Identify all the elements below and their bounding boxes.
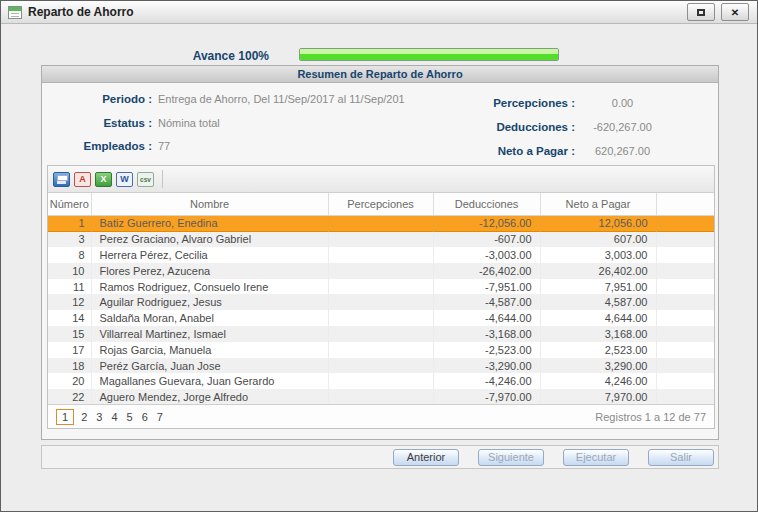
table-header-row: Número Nombre Percepciones Deducciones N… (48, 193, 714, 216)
maximize-button[interactable] (687, 3, 715, 21)
table-row[interactable]: 3Perez Graciano, Alvaro Gabriel -607.006… (48, 231, 714, 247)
page-list: 1234567 (56, 409, 172, 425)
export-excel-icon[interactable]: X (95, 172, 112, 187)
records-status: Registros 1 a 12 de 77 (595, 411, 706, 423)
field-deducciones: Deducciones : -620,267.00 (440, 121, 670, 133)
field-percepciones-value: 0.00 (575, 97, 670, 109)
column-nombre[interactable]: Nombre (91, 193, 328, 216)
table-row[interactable]: 1Batiz Guerrero, Enedina -12,056.0012,05… (48, 216, 714, 232)
field-neto-a-pagar: Neto a Pagar : 620,267.00 (440, 145, 670, 157)
salir-button[interactable]: Salir (648, 449, 714, 466)
field-neto-a-pagar-value: 620,267.00 (575, 145, 670, 157)
table-row[interactable]: 15Villarreal Martinez, Ismael -3,168.003… (48, 326, 714, 342)
ejecutar-button[interactable]: Ejecutar (563, 449, 629, 466)
field-deducciones-label: Deducciones : (440, 121, 575, 133)
export-csv-icon[interactable]: csv (137, 172, 154, 187)
column-percepciones[interactable]: Percepciones (328, 193, 433, 216)
progress-fill (300, 49, 558, 60)
progress-bar (299, 48, 559, 61)
close-button[interactable]: ✕ (721, 3, 749, 21)
table-row[interactable]: 20Magallanes Guevara, Juan Gerardo -4,24… (48, 373, 714, 389)
field-periodo-value: Entrega de Ahorro, Del 11/Sep/2017 al 11… (158, 93, 405, 105)
field-estatus: Estatus : Nómina total (42, 117, 220, 129)
field-neto-a-pagar-label: Neto a Pagar : (440, 145, 575, 157)
table-row[interactable]: 18Peréz García, Juan Jose -3,290.003,290… (48, 358, 714, 374)
footer-button-bar: AnteriorSiguienteEjecutarSalir (41, 445, 719, 469)
field-deducciones-value: -620,267.00 (575, 121, 670, 133)
field-periodo: Periodo : Entrega de Ahorro, Del 11/Sep/… (42, 93, 405, 105)
table-row[interactable]: 22Aguero Mendez, Jorge Alfredo -7,970.00… (48, 389, 714, 404)
page-number[interactable]: 7 (157, 411, 163, 423)
field-percepciones: Percepciones : 0.00 (440, 97, 670, 109)
results-grid-container: A X W csv Número Nombre Percepciones Ded… (47, 165, 715, 429)
grid-area: Número Nombre Percepciones Deducciones N… (48, 193, 714, 404)
page-number[interactable]: 2 (81, 411, 87, 423)
close-icon: ✕ (731, 7, 739, 18)
field-percepciones-label: Percepciones : (440, 97, 575, 109)
column-empty (656, 193, 714, 216)
table-body: 1Batiz Guerrero, Enedina -12,056.0012,05… (48, 216, 714, 405)
page-number[interactable]: 5 (127, 411, 133, 423)
column-deducciones[interactable]: Deducciones (433, 193, 540, 216)
results-table: Número Nombre Percepciones Deducciones N… (48, 193, 714, 404)
table-row[interactable]: 11Ramos Rodriguez, Consuelo Irene -7,951… (48, 279, 714, 295)
panel-title: Resumen de Reparto de Ahorro (42, 66, 718, 83)
print-icon[interactable] (53, 172, 70, 187)
column-numero[interactable]: Número (48, 193, 91, 216)
title-bar: Reparto de Ahorro ✕ (1, 1, 757, 24)
page-number[interactable]: 6 (142, 411, 148, 423)
column-neto-a-pagar[interactable]: Neto a Pagar (540, 193, 656, 216)
summary-panel: Resumen de Reparto de Ahorro Periodo : E… (41, 65, 719, 440)
table-row[interactable]: 17Rojas Garcia, Manuela -2,523.002,523.0… (48, 342, 714, 358)
table-row[interactable]: 8Herrera Pérez, Cecilia -3,003.003,003.0… (48, 247, 714, 263)
anterior-button[interactable]: Anterior (393, 449, 459, 466)
field-empleados-label: Empleados : (42, 140, 152, 152)
dialog-window: Reparto de Ahorro ✕ Avance 100% Resumen … (0, 0, 758, 512)
maximize-icon (697, 9, 705, 16)
toolbar-separator (162, 170, 163, 188)
window-title: Reparto de Ahorro (28, 5, 134, 19)
table-row[interactable]: 14Saldaña Moran, Anabel -4,644.004,644.0… (48, 310, 714, 326)
page-number[interactable]: 1 (56, 409, 74, 425)
export-word-icon[interactable]: W (116, 172, 133, 187)
table-row[interactable]: 10Flores Perez, Azucena -26,402.0026,402… (48, 263, 714, 279)
field-estatus-value: Nómina total (158, 117, 220, 129)
page-number[interactable]: 3 (96, 411, 102, 423)
pagination-bar: 1234567 Registros 1 a 12 de 77 (48, 404, 714, 428)
field-estatus-label: Estatus : (42, 117, 152, 129)
field-empleados-value: 77 (158, 140, 170, 152)
page-number[interactable]: 4 (111, 411, 117, 423)
progress-label: Avance 100% (141, 49, 269, 63)
siguiente-button[interactable]: Siguiente (478, 449, 544, 466)
export-pdf-icon[interactable]: A (74, 172, 91, 187)
app-icon (8, 6, 22, 19)
field-empleados: Empleados : 77 (42, 140, 170, 152)
table-row[interactable]: 12Aguilar Rodriguez, Jesus -4,587.004,58… (48, 294, 714, 310)
field-periodo-label: Periodo : (42, 93, 152, 105)
export-toolbar: A X W csv (48, 166, 714, 193)
